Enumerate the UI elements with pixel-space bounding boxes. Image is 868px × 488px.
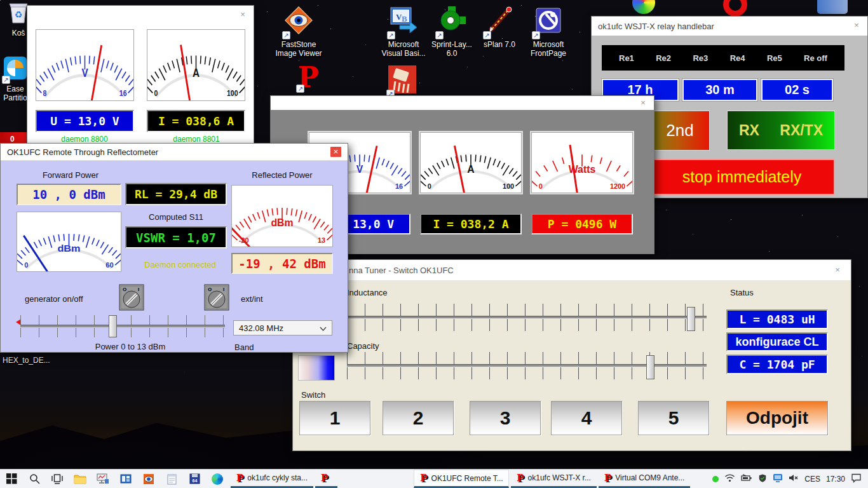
file-explorer-icon[interactable] bbox=[72, 471, 88, 487]
wifi-icon[interactable] bbox=[724, 473, 735, 484]
rxtx-label[interactable]: RX/TX bbox=[780, 122, 823, 139]
control-panel-icon[interactable] bbox=[118, 471, 133, 487]
desktop-screen: ♻ Koš ↗ Ease Partitio 0 HEX_to_DE... ↗ F… bbox=[0, 0, 868, 488]
disconnect-button[interactable]: Odpojit bbox=[726, 401, 828, 435]
inductance-ticks-top bbox=[347, 304, 707, 316]
search-icon[interactable] bbox=[27, 471, 42, 487]
svg-text:B: B bbox=[402, 14, 407, 24]
relay-reoff-label[interactable]: Re off bbox=[804, 53, 827, 63]
shortcut-arrow-icon: ↗ bbox=[387, 31, 395, 39]
clock[interactable]: 17:30 bbox=[826, 475, 845, 484]
faststone-taskbar-icon[interactable] bbox=[141, 471, 156, 487]
computed-s11-label: Computed S11 bbox=[125, 212, 227, 222]
defender-shield-icon[interactable] bbox=[758, 473, 767, 485]
relay-re4-label[interactable]: Re4 bbox=[730, 53, 745, 63]
second-period-button[interactable]: 2nd bbox=[650, 111, 710, 151]
power-window-titlebar[interactable]: × bbox=[271, 96, 654, 110]
taskbar-app-label: OK1UFC Remote T... bbox=[431, 474, 503, 483]
desktop-icon-faststone[interactable]: ↗ FastStone Image Viewer bbox=[270, 5, 327, 58]
generator-rotary-switch[interactable]: OI bbox=[119, 284, 144, 313]
faststone-icon: ↗ bbox=[283, 5, 314, 38]
desktop-icon-chip[interactable]: ↗ bbox=[384, 65, 420, 97]
taskbar-app-profilab2[interactable]: P bbox=[315, 470, 337, 488]
profilab-icon: P bbox=[517, 473, 524, 483]
edge-browser-icon[interactable] bbox=[210, 471, 225, 487]
window-volt-amp-meters: × V816 A0100 U = 13,0 V I = 038,6 A daem… bbox=[27, 5, 254, 151]
svg-text:0: 0 bbox=[539, 182, 543, 190]
tuner-titlebar[interactable]: nna Tuner - Switch OK1UFC × bbox=[293, 260, 851, 280]
capacity-label: Capacity bbox=[347, 341, 379, 351]
partial-icon[interactable] bbox=[817, 0, 848, 14]
band-select[interactable]: 432.08 MHz bbox=[233, 320, 332, 336]
desktop-icon-easeus[interactable]: ↗ Ease Partitio bbox=[0, 56, 31, 102]
volume-muted-icon[interactable] bbox=[789, 473, 799, 484]
relay-titlebar[interactable]: ok1ufc WSJT-X relay handlebar × bbox=[592, 17, 867, 36]
desktop-icon-profilab[interactable]: P ↗ bbox=[289, 64, 327, 92]
stop-immediately-button[interactable]: stop immediately bbox=[649, 159, 835, 195]
system-monitor-icon[interactable] bbox=[95, 471, 111, 487]
switch-3-button[interactable]: 3 bbox=[470, 401, 541, 435]
svg-text:64: 64 bbox=[192, 478, 197, 483]
desktop-icon-frontpage[interactable]: ↗ Microsoft FrontPage bbox=[520, 5, 577, 58]
shortcut-arrow-icon: ↗ bbox=[296, 85, 304, 93]
language-indicator[interactable]: CES bbox=[804, 475, 820, 484]
visual-basic-icon: VB ↗ bbox=[388, 5, 419, 38]
window-antenna-tuner: nna Tuner - Switch OK1UFC × Inductance C… bbox=[292, 259, 851, 451]
reflectometer-titlebar[interactable]: OK1UFC Remote Through Reflectometer × bbox=[1, 144, 348, 161]
taskbar-app-wsjtx-relay[interactable]: Pok1ufc WSJT-X r... bbox=[511, 470, 597, 488]
voltmeter-gauge: V816 bbox=[36, 29, 134, 101]
rx-label[interactable]: RX bbox=[739, 122, 759, 139]
inductance-slider[interactable] bbox=[347, 316, 707, 318]
profilab-icon: P ↗ bbox=[297, 64, 318, 92]
colorball-icon[interactable] bbox=[632, 0, 655, 14]
taskbar-app-label: ok1ufc cykly sta... bbox=[247, 473, 308, 482]
switch-4-button[interactable]: 4 bbox=[551, 401, 622, 435]
battery-icon[interactable] bbox=[741, 474, 752, 484]
desktop-icon-hex-label[interactable]: HEX_to_DE... bbox=[3, 356, 50, 365]
power-slider[interactable] bbox=[20, 325, 225, 327]
svg-text:dBm: dBm bbox=[271, 217, 293, 228]
reflected-dbm-gauge: dBm-2013 bbox=[231, 185, 333, 247]
svg-text:100: 100 bbox=[227, 88, 238, 97]
taskbar-app-antenna-tuner[interactable]: PVirtual COM9 Ante... bbox=[599, 470, 690, 488]
taskbar-app-reflectometer[interactable]: POK1UFC Remote T... bbox=[414, 470, 509, 488]
task-view-icon[interactable] bbox=[50, 471, 65, 487]
remote-display-icon[interactable] bbox=[773, 473, 783, 484]
notepad-icon[interactable] bbox=[164, 471, 179, 487]
switch-1-button[interactable]: 1 bbox=[299, 401, 370, 435]
current-display: I = 038,2 A bbox=[420, 214, 522, 234]
power-slider-handle[interactable] bbox=[109, 315, 117, 337]
switch-5-button[interactable]: 5 bbox=[638, 401, 709, 435]
switch-2-button[interactable]: 2 bbox=[383, 401, 454, 435]
opera-icon[interactable] bbox=[723, 0, 747, 17]
close-icon[interactable]: × bbox=[832, 265, 843, 275]
close-icon[interactable]: × bbox=[851, 20, 862, 30]
profilab-icon: P bbox=[236, 473, 243, 483]
notification-center-icon[interactable] bbox=[851, 473, 862, 485]
extint-rotary-switch[interactable]: OI bbox=[204, 284, 229, 313]
power-slider-ticks-top bbox=[20, 315, 225, 325]
taskbar-app-cykly[interactable]: Pok1ufc cykly sta... bbox=[231, 470, 313, 488]
status-green-icon[interactable] bbox=[712, 476, 719, 482]
svg-text:O: O bbox=[208, 287, 212, 292]
meters-window-titlebar[interactable]: × bbox=[27, 6, 254, 25]
seconds-display: 02 s bbox=[763, 80, 832, 100]
hxd-editor-icon[interactable]: 64 bbox=[187, 471, 202, 487]
close-icon[interactable]: × bbox=[237, 10, 248, 20]
svg-text:A: A bbox=[193, 67, 200, 80]
relay-re3-label[interactable]: Re3 bbox=[693, 53, 708, 63]
chevron-down-icon bbox=[320, 323, 327, 333]
start-button[interactable] bbox=[4, 471, 19, 487]
close-icon[interactable]: × bbox=[637, 98, 649, 108]
inductance-slider-handle[interactable] bbox=[687, 307, 695, 331]
relay-re1-label[interactable]: Re1 bbox=[619, 53, 634, 63]
recycle-bin-icon: ♻ bbox=[8, 1, 29, 27]
rx-rxtx-button[interactable]: RX RX/TX bbox=[727, 111, 835, 150]
shortcut-arrow-icon: ↗ bbox=[532, 31, 540, 39]
relay-re5-label[interactable]: Re5 bbox=[767, 53, 782, 63]
capacity-slider-handle[interactable] bbox=[646, 355, 654, 379]
close-icon[interactable]: × bbox=[330, 147, 341, 157]
svg-text:16: 16 bbox=[395, 182, 403, 190]
relay-re2-label[interactable]: Re2 bbox=[656, 53, 671, 63]
profilab-icon: P bbox=[420, 473, 427, 483]
